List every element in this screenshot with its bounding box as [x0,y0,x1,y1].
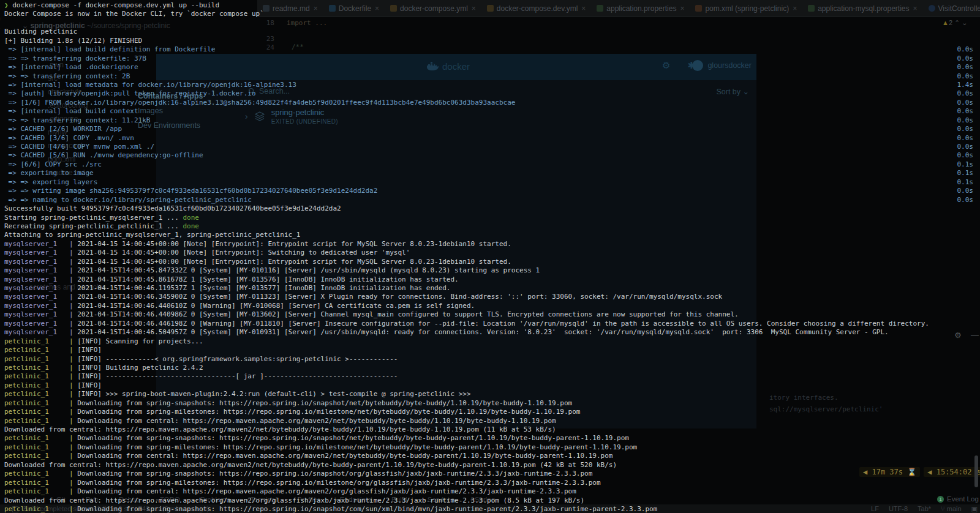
terminal-line: => CACHED [3/6] COPY .mvn/ .mvn0.0s [4,134,980,143]
terminal-line: => CACHED [2/6] WORKDIR /app0.0s [4,125,980,133]
terminal-line: petclinic_1 | Downloading from central: … [4,417,980,425]
terminal-line: petclinic_1 | Downloading from spring-mi… [4,443,980,452]
terminal-line: => [auth] library/openjdk:pull token for… [4,89,980,98]
terminal-line: Downloaded from central: https://repo.ma… [4,461,980,470]
terminal-line: => exporting to image0.1s [4,169,980,178]
terminal-line: mysqlserver_1 | 2021-04-15T14:00:45.8473… [4,266,980,275]
terminal-line: => => exporting layers0.1s [4,178,980,187]
terminal-line: => [6/6] COPY src ./src0.1s [4,160,980,169]
terminal-line: mysqlserver_1 | 2021-04-15T14:00:46.4461… [4,320,980,328]
terminal-line: petclinic_1 | [INFO] [4,346,980,354]
terminal-line: petclinic_1 | Downloading from spring-sn… [4,505,980,513]
step-duration: 0.0s [957,54,974,63]
terminal-line: mysqlserver_1 | 2021-04-15T14:00:46.1195… [4,284,980,293]
terminal-line: mysqlserver_1 | 2021-04-15T14:00:46.4409… [4,310,980,319]
step-duration: 0.0s [957,134,974,143]
terminal-line: => => naming to docker.io/library/spring… [4,196,980,204]
terminal-line: => => transferring context: 2B0.0s [4,72,980,81]
terminal-line: => [1/6] FROM docker.io/library/openjdk:… [4,99,980,107]
step-duration: 0.1s [957,169,974,178]
step-duration: 0.0s [957,116,974,125]
terminal-line: mysqlserver_1 | 2021-04-15T14:00:45.8616… [4,275,980,284]
terminal-line: Building petclinic [4,28,980,36]
terminal-line: mysqlserver_1 | 2021-04-15 14:00:45+00:0… [4,258,980,266]
screen: readme.md×Dockerfile×docker-compose.yml×… [0,0,980,513]
terminal-line: petclinic_1 | [INFO] [4,381,980,390]
terminal-line: => [internal] load .dockerignore0.0s [4,63,980,72]
step-duration: 0.0s [957,151,974,160]
terminal-line: => [internal] load metadata for docker.i… [4,81,980,89]
terminal-line: petclinic_1 | [INFO] >>> spring-boot-mav… [4,390,980,399]
terminal-line: => CACHED [4/6] COPY mvnw pom.xml ./0.0s [4,143,980,151]
terminal-line: petclinic_1 | Downloading from spring-sn… [4,399,980,408]
step-duration: 0.0s [957,45,974,54]
step-duration: 0.0s [957,99,974,107]
step-duration: 0.1s [957,160,974,169]
terminal-line: mysqlserver_1 | 2021-04-15T14:00:46.3459… [4,293,980,301]
terminal-line: mysqlserver_1 | 2021-04-15T14:00:46.4406… [4,302,980,310]
terminal-line: petclinic_1 | Downloading from spring-mi… [4,408,980,416]
terminal-line: mysqlserver_1 | 2021-04-15 14:00:45+00:0… [4,249,980,257]
terminal[interactable]: ❯ docker-compose -f docker-compose.dev.y… [0,0,980,513]
step-duration: 0.0s [957,63,974,72]
terminal-line: => => writing image sha256:9495379f7c0c4… [4,187,980,195]
terminal-line: petclinic_1 | Downloading from central: … [4,487,980,496]
terminal-line: => => transferring context: 11.21kB0.0s [4,116,980,125]
terminal-line: Downloaded from central: https://repo.ma… [4,425,980,434]
terminal-line: petclinic_1 | [INFO] Building petclinic … [4,364,980,372]
terminal-line [4,19,980,28]
step-duration: 0.0s [957,125,974,133]
terminal-line: petclinic_1 | Downloading from spring-sn… [4,434,980,443]
terminal-line: Recreating spring-petclinic_petclinic_1 … [4,222,980,231]
terminal-line: petclinic_1 | Downloading from spring-mi… [4,479,980,487]
terminal-line: Attaching to spring-petclinic_mysqlserve… [4,231,980,239]
step-duration: 0.0s [957,72,974,81]
terminal-line: [+] Building 1.8s (12/12) FINISHED [4,37,980,45]
step-duration: 0.0s [957,187,974,195]
terminal-line: petclinic_1 | [INFO] -------------------… [4,372,980,381]
terminal-line: ❯ docker-compose -f docker-compose.dev.y… [4,1,980,10]
step-duration: 0.0s [957,196,974,204]
terminal-line: petclinic_1 | Downloading from spring-sn… [4,470,980,478]
terminal-line: mysqlserver_1 | 2021-04-15 14:00:45+00:0… [4,240,980,249]
terminal-line: Successfully built 9495379f7c0c4f933eda1… [4,204,980,213]
step-duration: 0.0s [957,89,974,98]
step-duration: 1.4s [957,81,974,89]
terminal-line: => CACHED [5/6] RUN ./mvnw dependency:go… [4,151,980,160]
step-duration: 0.0s [957,143,974,151]
terminal-line: petclinic_1 | [INFO] Scanning for projec… [4,337,980,346]
terminal-line: Docker Compose is now in the Docker CLI,… [4,10,980,18]
terminal-line: => [internal] load build context0.0s [4,107,980,116]
terminal-line: petclinic_1 | [INFO] ------------< org.s… [4,355,980,364]
step-duration: 0.1s [957,178,974,187]
terminal-line: mysqlserver_1 | 2021-04-15T14:00:46.5049… [4,328,980,337]
terminal-line: => [internal] load build definition from… [4,45,980,54]
step-duration: 0.0s [957,107,974,116]
terminal-line: Starting spring-petclinic_mysqlserver_1 … [4,214,980,222]
terminal-line: => => transferring dockerfile: 37B0.0s [4,54,980,63]
terminal-line: petclinic_1 | Downloading from central: … [4,452,980,460]
terminal-line: Downloaded from central: https://repo.ma… [4,496,980,505]
